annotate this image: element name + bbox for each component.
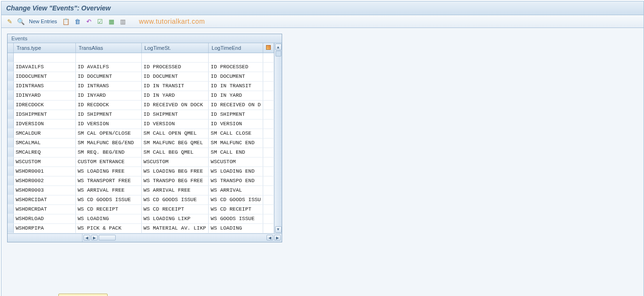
row-selector[interactable] xyxy=(8,62,14,72)
cell-trans-alias[interactable]: WS CD GOODS ISSUE xyxy=(75,195,141,204)
cell-trans-alias[interactable]: ID RECDOCK xyxy=(75,100,141,110)
cell-log-time-end[interactable]: WS TRANSPO END xyxy=(209,176,263,185)
cell-trans-alias[interactable]: WS TRANSPORT FREE xyxy=(75,176,141,185)
scroll-down-icon[interactable]: ▼ xyxy=(275,226,282,233)
hscroll-left-icon[interactable]: ◀ xyxy=(83,235,90,240)
row-selector[interactable] xyxy=(8,100,14,110)
cell-trans-alias[interactable]: ID SHIPMENT xyxy=(75,110,141,119)
col-configure[interactable] xyxy=(263,43,274,53)
cell-log-time-end[interactable]: ID IN YARD xyxy=(209,91,263,100)
table-row[interactable]: WSHDR0001WS LOADING FREEWS LOADING BEG F… xyxy=(8,166,274,176)
horizontal-scrollbar[interactable]: ◀ ▶ ◀ ▶ xyxy=(8,233,282,242)
cell-trans-type[interactable]: SMCALMAL xyxy=(14,138,76,148)
hscroll-right2-icon[interactable]: ▶ xyxy=(274,235,281,240)
cell-trans-type[interactable]: IDINYARD xyxy=(14,91,76,100)
cell-log-time-end[interactable]: ID SHIPMENT xyxy=(209,110,263,119)
table-row[interactable]: WSHDR0002WS TRANSPORT FREEWS TRANSPO BEG… xyxy=(8,176,274,185)
cell-trans-alias[interactable]: SM REQ. BEG/END xyxy=(75,148,141,157)
row-selector[interactable] xyxy=(8,195,14,204)
cell-trans-type[interactable]: WSHDRPIPA xyxy=(14,223,76,233)
vertical-scrollbar[interactable]: ▲ ▼ xyxy=(274,43,282,233)
hscroll-right-icon[interactable]: ▶ xyxy=(91,235,98,240)
cell-trans-alias[interactable]: CUSTOM ENTRANCE xyxy=(75,157,141,166)
table-row[interactable]: SMCALREQSM REQ. BEG/ENDSM CALL BEG QMELS… xyxy=(8,148,274,157)
cell-log-time-st[interactable]: SM CALL BEG QMEL xyxy=(141,148,209,157)
find-icon[interactable]: 🔍 xyxy=(17,17,25,26)
cell-trans-type[interactable]: WSHDR0003 xyxy=(14,185,76,195)
cell-log-time-st[interactable]: ID SHIPMENT xyxy=(141,110,209,119)
row-selector[interactable] xyxy=(8,119,14,129)
cell-log-time-st[interactable]: ID VERSION xyxy=(141,119,209,129)
row-selector[interactable] xyxy=(8,214,14,223)
scroll-thumb[interactable] xyxy=(276,51,281,56)
cell-log-time-st[interactable]: WS MATERIAL AV. LIKP xyxy=(141,223,209,233)
table-row[interactable]: WSHDR0003WS ARRIVAL FREEWS ARRIVAL FREEW… xyxy=(8,185,274,195)
table-row[interactable]: IDSHIPMENTID SHIPMENTID SHIPMENTID SHIPM… xyxy=(8,110,274,119)
cell-log-time-end[interactable]: SM CALL CLOSE xyxy=(209,129,263,138)
cell-log-time-end[interactable]: WS CD RECEIPT xyxy=(209,204,263,214)
table-row[interactable]: WSHDRLOADWS LOADINGWS LOADING LIKPWS GOO… xyxy=(8,214,274,223)
cell-log-time-end[interactable]: ID DOCUMENT xyxy=(209,72,263,81)
configure-icon[interactable] xyxy=(266,45,271,50)
row-selector[interactable] xyxy=(8,81,14,91)
deselect-all-icon[interactable]: ▥ xyxy=(119,17,127,26)
table-row[interactable]: SMCALDURSM CAL OPEN/CLOSESM CALL OPEN QM… xyxy=(8,129,274,138)
cell-log-time-st[interactable]: WS LOADING BEG FREE xyxy=(141,166,209,176)
cell-log-time-st[interactable]: WS CD GOODS ISSUE xyxy=(141,195,209,204)
table-row[interactable]: SMCALMALSM MALFUNC BEG/ENDSM MALFUNC BEG… xyxy=(8,138,274,148)
cell-log-time-st[interactable]: WS TRANSPO BEG FREE xyxy=(141,176,209,185)
cell-log-time-st[interactable]: SM MALFUNC BEG QMEL xyxy=(141,138,209,148)
table-row[interactable]: IDINTRANSID INTRANSID IN TRANSITID IN TR… xyxy=(8,81,274,91)
position-button[interactable]: ☷ Position... xyxy=(58,294,108,296)
cell-log-time-st[interactable] xyxy=(141,53,209,62)
row-selector[interactable] xyxy=(8,157,14,166)
row-selector[interactable] xyxy=(8,129,14,138)
cell-trans-type[interactable]: WSHDR0001 xyxy=(14,166,76,176)
table-row[interactable]: WSHDRPIPAWS PICK & PACKWS MATERIAL AV. L… xyxy=(8,223,274,233)
cell-trans-type[interactable]: WSCUSTOM xyxy=(14,157,76,166)
table-row[interactable]: IDVERSIONID VERSIONID VERSIONID VERSION xyxy=(8,119,274,129)
table-row[interactable] xyxy=(8,53,274,62)
cell-log-time-st[interactable]: SM CALL OPEN QMEL xyxy=(141,129,209,138)
other-view-icon[interactable]: ✎ xyxy=(5,17,14,26)
row-selector[interactable] xyxy=(8,223,14,233)
table-row[interactable]: IDAVAILFSID AVAILFSID PROCESSEDID PROCES… xyxy=(8,62,274,72)
cell-log-time-st[interactable]: WS ARRIVAL FREE xyxy=(141,185,209,195)
cell-log-time-end[interactable]: SM MALFUNC END xyxy=(209,138,263,148)
cell-trans-type[interactable]: IDINTRANS xyxy=(14,81,76,91)
copy-as-icon[interactable]: 📋 xyxy=(62,17,70,26)
hscroll-left2-icon[interactable]: ◀ xyxy=(267,235,273,240)
cell-trans-type[interactable]: SMCALDUR xyxy=(14,129,76,138)
new-entries-button[interactable]: New Entries xyxy=(29,18,57,24)
cell-trans-alias[interactable]: ID INYARD xyxy=(75,91,141,100)
row-selector[interactable] xyxy=(8,148,14,157)
select-all-icon[interactable]: ☑ xyxy=(96,17,104,26)
cell-trans-alias[interactable]: WS ARRIVAL FREE xyxy=(75,185,141,195)
table-row[interactable]: WSCUSTOMCUSTOM ENTRANCEWSCUSTOMWSCUSTOM xyxy=(8,157,274,166)
cell-log-time-st[interactable]: ID PROCESSED xyxy=(141,62,209,72)
delete-icon[interactable]: 🗑 xyxy=(73,17,82,26)
col-trans-type[interactable]: Trans.type xyxy=(14,43,76,53)
row-selector[interactable] xyxy=(8,204,14,214)
table-row[interactable]: IDINYARDID INYARDID IN YARDID IN YARD xyxy=(8,91,274,100)
col-log-time-end[interactable]: LogTimeEnd xyxy=(209,43,263,53)
cell-log-time-end[interactable]: WS LOADING END xyxy=(209,166,263,176)
cell-log-time-st[interactable]: ID RECEIVED ON DOCK xyxy=(141,100,209,110)
cell-trans-type[interactable] xyxy=(14,53,76,62)
cell-log-time-end[interactable]: WS LOADING xyxy=(209,223,263,233)
cell-trans-alias[interactable]: SM MALFUNC BEG/END xyxy=(75,138,141,148)
cell-trans-alias[interactable]: ID INTRANS xyxy=(75,81,141,91)
row-selector[interactable] xyxy=(8,138,14,148)
cell-trans-alias[interactable]: WS CD RECEIPT xyxy=(75,204,141,214)
cell-log-time-st[interactable]: ID IN YARD xyxy=(141,91,209,100)
cell-log-time-end[interactable]: WS ARRIVAL xyxy=(209,185,263,195)
undo-icon[interactable]: ↶ xyxy=(84,17,93,26)
row-selector-header[interactable] xyxy=(8,43,14,53)
cell-trans-alias[interactable]: WS LOADING FREE xyxy=(75,166,141,176)
cell-trans-alias[interactable]: ID DOCUMENT xyxy=(75,72,141,81)
scroll-up-icon[interactable]: ▲ xyxy=(275,44,282,50)
row-selector[interactable] xyxy=(8,72,14,81)
cell-trans-type[interactable]: WSHDRLOAD xyxy=(14,214,76,223)
cell-log-time-end[interactable]: ID VERSION xyxy=(209,119,263,129)
cell-trans-type[interactable]: IDSHIPMENT xyxy=(14,110,76,119)
